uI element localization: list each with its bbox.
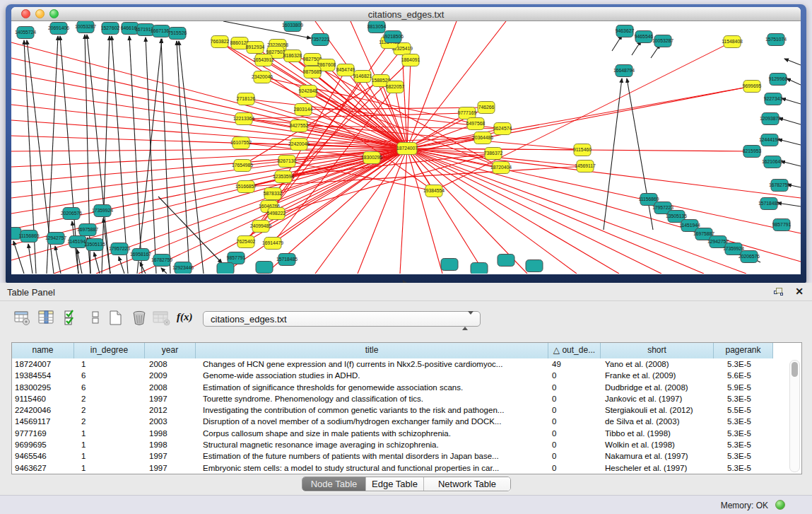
table-row[interactable]: 1872400712008Changes of HCN gene express… [12,358,801,370]
black-edge[interactable] [779,118,801,124]
graph-node-teal[interactable]: 15718485 [758,198,779,210]
graph-node-yellow[interactable]: 2718126 [237,93,256,105]
graph-node-teal[interactable]: 16648794 [613,65,635,77]
graph-node-teal[interactable]: 20206576 [739,251,760,263]
graph-node-yellow[interactable]: 22420046 [288,139,310,151]
tab-edge-table[interactable]: Edge Table [366,477,424,491]
graph-node-yellow[interactable]: 16107552 [230,137,252,149]
black-edge[interactable] [781,161,801,166]
black-edge[interactable] [55,246,61,274]
graph-node-yellow[interactable]: 8267130 [278,156,297,168]
graph-node-yellow[interactable]: 20364486 [472,132,493,144]
graph-node-teal[interactable]: 8813054 [367,21,387,33]
graph-node-teal[interactable]: 12444194 [759,134,780,146]
red-edge[interactable] [283,86,752,177]
black-edge[interactable] [146,37,156,274]
graph-node-yellow[interactable]: 5878332 [264,188,283,200]
column-header-3[interactable]: title [196,343,548,358]
graph-node-teal[interactable]: 8215953 [743,146,762,158]
table-row[interactable]: 911546021997Tourette syndrome. Phenomeno… [12,393,801,404]
graph-node-yellow[interactable]: 2803144 [294,104,313,116]
graph-node-yellow[interactable]: 9875685 [303,66,322,78]
network-canvas[interactable]: 1872400776638228860128891293423226058982… [11,21,801,274]
black-edge[interactable] [782,98,801,104]
graph-node-yellow[interactable]: 18724007 [396,143,418,155]
graph-node-yellow[interactable]: 8186328 [283,50,302,62]
graph-node-teal[interactable]: 9465546 [635,31,654,43]
graph-node-yellow[interactable]: 5498222 [267,208,286,220]
graph-node-teal[interactable] [256,262,273,274]
graph-node-teal[interactable]: 10053287 [75,21,96,33]
table-settings-icon[interactable] [14,310,31,327]
new-table-icon[interactable] [107,310,124,327]
table-row[interactable]: 2242004622012Investigating the contribut… [12,404,801,416]
graph-node-yellow[interactable]: 9146821 [353,71,372,83]
graph-node-teal[interactable]: 15751074 [765,34,787,46]
graph-node-teal[interactable]: 17359924 [92,205,113,217]
graph-node-yellow[interactable]: 17654985 [232,160,253,172]
graph-node-yellow[interactable]: 14569117 [575,160,596,173]
tab-node-table[interactable]: Node Table [302,477,366,491]
graph-node-teal[interactable]: 16958167 [130,249,151,261]
black-edge[interactable] [28,244,33,274]
graph-node-teal[interactable]: 1527602 [101,23,120,35]
table-row[interactable]: 946362711997Embryonic stem cells: a mode… [12,462,801,474]
graph-node-teal[interactable]: 13505135 [84,239,105,251]
function-builder-icon[interactable]: f(x) [177,311,194,328]
column-header-0[interactable]: name [12,343,74,358]
red-edge[interactable] [407,148,661,274]
graph-node-yellow[interactable]: 9777169 [458,107,477,119]
black-edge[interactable] [787,78,801,85]
column-header-5[interactable]: short [601,343,714,358]
graph-node-teal[interactable]: 10053287 [652,35,673,47]
black-edge[interactable] [778,139,801,145]
graph-node-yellow[interactable]: 8454749 [336,64,355,76]
graph-node-teal[interactable]: 16210643 [762,156,783,168]
black-edge[interactable] [129,36,142,274]
table-row[interactable]: 946554611997Estimation of the future num… [12,450,801,462]
column-header-2[interactable]: year [145,343,196,358]
graph-node-yellow[interactable]: 746266 [478,102,495,114]
graph-node-teal[interactable]: 11156869 [18,230,39,243]
graph-node-teal[interactable]: 9129966 [769,74,788,86]
red-edge[interactable] [407,21,506,148]
black-edge[interactable] [161,268,167,274]
black-edge[interactable] [784,59,801,65]
table-row[interactable]: 1456911722003Disruption of a novel membe… [12,416,801,427]
table-row[interactable]: 977716911998Corpus callosum shape and si… [12,428,801,439]
graph-node-teal[interactable]: 17957223 [109,243,130,255]
graph-node-yellow[interactable]: 12213364 [233,113,254,125]
graph-node-teal[interactable] [498,255,514,267]
graph-node-teal[interactable]: 19218506 [382,31,404,43]
graph-node-yellow[interactable]: 11548408 [722,36,743,48]
graph-node-teal[interactable]: 12093872 [760,113,781,125]
graph-node-yellow[interactable]: 9115460 [573,144,592,156]
graph-node-teal[interactable] [217,263,234,274]
graph-node-teal[interactable]: 20206576 [61,208,82,220]
red-edge[interactable] [308,91,407,148]
graph-node-yellow[interactable]: 7663822 [211,36,230,48]
graph-node-teal[interactable]: 7515526 [168,28,187,40]
black-edge[interactable] [627,78,653,230]
black-edge[interactable] [612,35,622,51]
vertical-scrollbar[interactable] [789,360,800,472]
graph-node-yellow[interactable]: 23420046 [252,71,273,83]
graph-node-teal[interactable] [441,259,458,271]
graph-node-yellow[interactable]: 6497568 [466,118,486,130]
graph-node-yellow[interactable]: 16914479 [262,238,283,250]
table-row[interactable]: 1830029562008Estimation of significance … [12,382,801,393]
graph-node-teal[interactable]: 12923446 [172,262,194,274]
scrollbar-thumb[interactable] [792,362,798,377]
table-row[interactable]: 1938455462009Genome-wide association stu… [12,370,801,381]
black-edge[interactable] [161,39,170,274]
delete-trash-icon[interactable] [131,310,148,327]
graph-node-teal[interactable]: 9463627 [616,25,635,37]
graph-node-teal[interactable]: 16975887 [77,224,98,236]
black-edge[interactable] [158,197,222,263]
checkbox-list-icon[interactable] [88,310,105,327]
close-panel-icon[interactable]: ✕ [795,286,804,297]
graph-node-teal[interactable]: 14055724 [15,27,36,39]
column-header-1[interactable]: in_degree [74,343,145,358]
graph-node-yellow[interactable]: 3624574 [493,123,512,135]
graph-node-teal[interactable] [471,263,488,274]
